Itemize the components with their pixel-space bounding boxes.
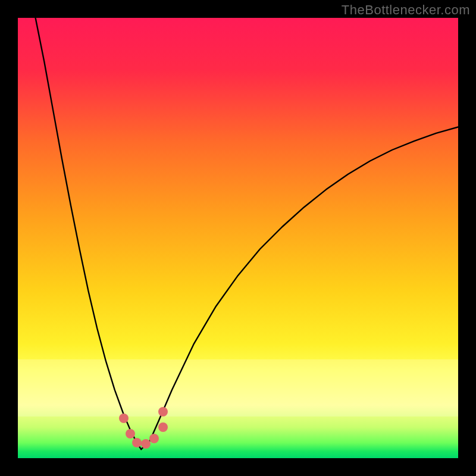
chart-root: TheBottlenecker.com bbox=[0, 0, 476, 476]
bottleneck-curve bbox=[18, 18, 458, 458]
marker-dot bbox=[158, 407, 168, 416]
marker-dot bbox=[132, 438, 142, 447]
watermark-text: TheBottlenecker.com bbox=[342, 2, 470, 18]
marker-dot bbox=[149, 434, 159, 443]
marker-dot bbox=[158, 422, 168, 432]
marker-dot bbox=[141, 439, 151, 449]
plot-area bbox=[18, 18, 458, 458]
marker-dot bbox=[119, 414, 129, 423]
marker-dot bbox=[126, 429, 135, 439]
